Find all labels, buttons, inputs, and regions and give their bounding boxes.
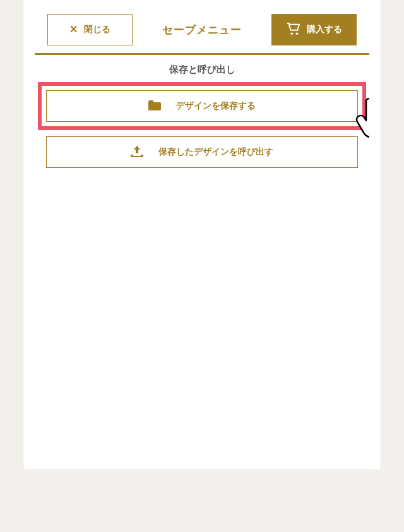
svg-point-1 [295,32,298,35]
content-scroll-area[interactable]: 保存と呼び出し デザインを保存する 保存したデザインを [35,55,369,446]
upload-icon [131,146,143,159]
close-label: 閉じる [84,24,110,35]
svg-point-0 [290,32,293,35]
buy-label: 購入する [307,24,342,35]
load-row: 保存したデザインを呼び出す [46,136,358,168]
save-design-button[interactable]: デザインを保存する [46,90,358,122]
header-row: ✕ 閉じる セーブメニュー 購入する [35,14,369,45]
save-menu-panel: ✕ 閉じる セーブメニュー 購入する 保存と呼び出し [23,0,381,470]
load-design-button[interactable]: 保存したデザインを呼び出す [46,136,358,168]
section-title: 保存と呼び出し [35,64,369,76]
folder-icon [148,100,161,112]
close-button[interactable]: ✕ 閉じる [47,14,133,45]
page-title: セーブメニュー [162,23,242,37]
cart-icon [287,23,300,37]
close-icon: ✕ [69,25,78,35]
save-design-label: デザインを保存する [176,100,256,112]
save-highlight-box: デザインを保存する [38,82,366,130]
load-design-label: 保存したデザインを呼び出す [158,146,273,158]
buy-button[interactable]: 購入する [271,14,357,45]
